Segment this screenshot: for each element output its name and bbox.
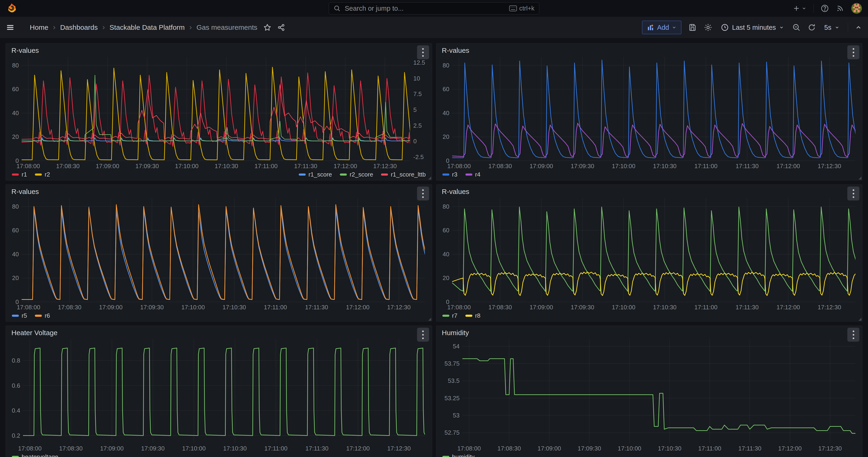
legend-item-r6[interactable]: r6 [35,312,50,319]
svg-text:53.5: 53.5 [448,377,460,384]
svg-text:80: 80 [12,203,19,210]
panel-resize-handle[interactable] [859,318,862,321]
legend-swatch [465,174,472,176]
search-shortcut: ctrl+k [509,5,534,12]
svg-text:17:10:30: 17:10:30 [223,445,247,452]
svg-text:20: 20 [443,133,450,140]
panel-resize-handle[interactable] [859,177,862,180]
legend-item-r3[interactable]: r3 [442,171,458,178]
breadcrumb-item[interactable]: Stackable Data Platform [110,24,185,31]
breadcrumb-item[interactable]: Home [30,24,48,31]
panel-title[interactable]: R-values [439,188,469,195]
legend-item-humidity[interactable]: humidity [442,453,475,457]
legend: heatervoltage [8,452,430,457]
legend-group: humidity [442,453,475,457]
add-panel-button[interactable]: Add [642,21,682,34]
panel: R-values 02040608017:08:0017:08:3017:09:… [436,43,863,180]
panel-title[interactable]: R-values [8,47,39,54]
share-button[interactable] [277,24,285,31]
legend-group: r7r8 [442,312,480,319]
refresh-interval-label: 5s [824,24,832,31]
legend-group: r5r6 [12,312,50,319]
share-icon [277,24,285,31]
legend-swatch [12,315,19,317]
svg-text:17:08:30: 17:08:30 [488,304,512,311]
svg-text:17:09:00: 17:09:00 [537,445,561,452]
svg-text:5: 5 [413,106,416,113]
panel-title[interactable]: R-values [439,47,469,54]
help-button[interactable] [820,4,829,12]
panel-header: R-values [439,45,860,56]
legend-item-r7[interactable]: r7 [442,312,458,319]
legend: r7r8 [439,311,860,321]
svg-text:17:08:30: 17:08:30 [58,304,81,311]
legend-label: r1 [22,171,27,178]
panel-title[interactable]: Humidity [439,329,469,337]
dashboard-settings-button[interactable] [704,23,712,32]
legend-swatch [442,456,450,457]
svg-text:17:11:30: 17:11:30 [738,445,761,452]
refresh-button[interactable] [808,23,816,32]
svg-text:0.6: 0.6 [12,382,20,389]
legend-item-r4[interactable]: r4 [465,171,480,178]
legend-swatch [465,315,472,317]
svg-text:17:12:30: 17:12:30 [387,304,410,311]
gear-icon [704,23,712,32]
legend-item-r1_score_lttb[interactable]: r1_score_lttb [381,171,426,178]
grafana-logo[interactable] [6,3,17,14]
svg-text:17:08:00: 17:08:00 [447,304,470,311]
legend-label: humidity [452,453,475,457]
mega-menu-button[interactable] [6,23,14,32]
time-series-canvas[interactable]: 02040608012.5107.552.50-2.517:08:0017:08… [8,56,430,170]
time-range-picker[interactable]: Last 5 minutes [719,23,785,32]
svg-text:-2.5: -2.5 [413,153,424,160]
legend-item-r1[interactable]: r1 [12,171,27,178]
svg-text:60: 60 [443,227,450,234]
legend-swatch [12,456,19,457]
legend-label: r5 [22,312,27,319]
time-series-canvas[interactable]: 02040608017:08:0017:08:3017:09:0017:09:3… [8,197,430,311]
panel-resize-handle[interactable] [428,318,431,321]
panel-title[interactable]: Heater Voltage [8,329,57,337]
refresh-interval-picker[interactable]: 5s [823,24,841,32]
svg-text:17:12:00: 17:12:00 [776,162,800,170]
keyboard-icon [509,5,517,11]
svg-text:60: 60 [12,227,19,234]
collapse-toolbar-button[interactable] [855,24,862,31]
legend-label: r4 [475,171,480,178]
legend-group: r1r2 [12,171,50,178]
panel: R-values 02040608017:08:0017:08:3017:09:… [6,184,432,322]
breadcrumb-item[interactable]: Dashboards [60,24,98,31]
legend-swatch [35,315,42,317]
svg-text:17:09:30: 17:09:30 [140,304,164,311]
legend-swatch [381,174,388,176]
news-button[interactable] [836,4,844,12]
time-series-canvas[interactable]: 02040608017:08:0017:08:3017:09:0017:09:3… [439,197,860,311]
legend-swatch [442,174,450,176]
legend-item-r2[interactable]: r2 [35,171,50,178]
save-dashboard-button[interactable] [688,23,697,32]
user-avatar[interactable] [851,3,862,14]
panel: R-values 02040608017:08:0017:08:3017:09:… [436,184,863,322]
svg-text:17:09:00: 17:09:00 [99,304,123,311]
legend-item-r2_score[interactable]: r2_score [340,171,373,178]
svg-text:17:12:30: 17:12:30 [373,162,397,170]
time-series-canvas[interactable]: 52.755353.2553.553.755417:08:0017:08:301… [439,338,860,452]
favorite-button[interactable] [264,24,271,31]
legend-item-heatervoltage[interactable]: heatervoltage [12,453,58,457]
svg-text:17:10:30: 17:10:30 [222,304,246,311]
time-series-canvas[interactable]: 02040608017:08:0017:08:3017:09:0017:09:3… [439,56,860,170]
search-input[interactable] [344,4,505,12]
legend-item-r1_score[interactable]: r1_score [299,171,332,178]
legend-item-r5[interactable]: r5 [12,312,27,319]
svg-text:17:08:00: 17:08:00 [447,162,470,170]
new-menu-button[interactable] [793,5,806,12]
zoom-out-button[interactable] [792,23,801,32]
time-series-canvas[interactable]: 0.20.40.60.817:08:0017:08:3017:09:0017:0… [8,338,430,452]
legend-item-r8[interactable]: r8 [465,312,480,319]
panel-resize-handle[interactable] [428,177,431,180]
panel-title[interactable]: R-values [8,188,39,195]
svg-text:17:09:00: 17:09:00 [529,304,553,311]
svg-text:17:12:30: 17:12:30 [817,304,841,311]
legend-swatch [442,315,450,317]
